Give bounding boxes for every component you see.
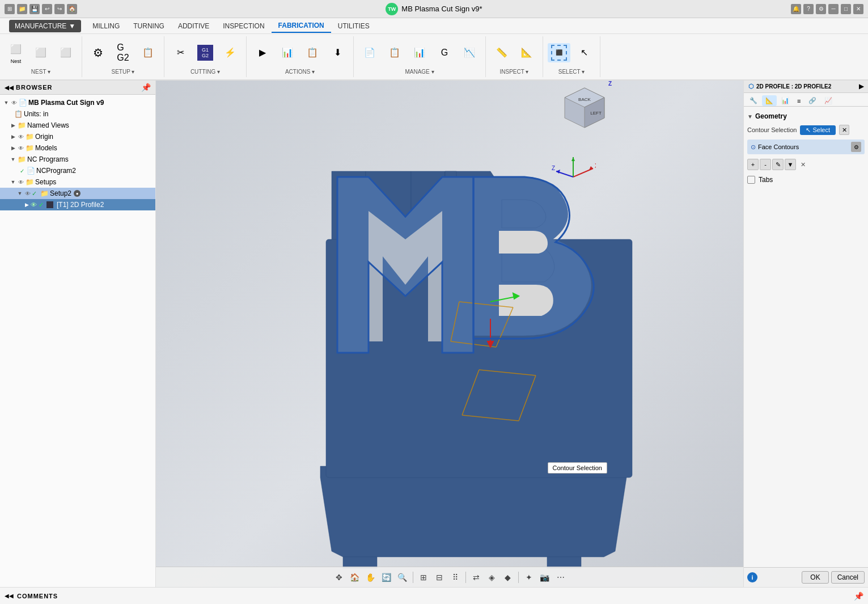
tree-item-models[interactable]: ▶ 👁 📁 Models — [0, 142, 155, 154]
app-grid-icon[interactable]: ⊞ — [5, 4, 15, 14]
tab-turning[interactable]: TURNING — [126, 20, 171, 32]
notification-icon[interactable]: 🔔 — [791, 4, 801, 14]
mini-add-btn[interactable]: + — [747, 159, 759, 170]
mini-remove-btn[interactable]: - — [760, 159, 771, 170]
tree-arrow-t1[interactable]: ▶ — [23, 201, 31, 209]
actions-btn-2[interactable]: 📊 — [276, 43, 299, 62]
cutting-btn-1[interactable]: ✂ — [169, 43, 192, 62]
tree-arrow-origin[interactable]: ▶ — [9, 133, 17, 141]
rp-tab-chart[interactable]: 📈 — [821, 95, 836, 106]
select-btn-2[interactable]: ↖ — [573, 43, 595, 62]
mini-close-btn[interactable]: ✕ — [797, 159, 808, 170]
rp-tab-passes[interactable]: ≡ — [794, 96, 804, 106]
tree-item-t1-2d[interactable]: ▶ 👁 ✓ [T1] 2D Profile2 — [0, 199, 155, 210]
vp-move-btn[interactable]: ✥ — [332, 571, 346, 584]
vp-more-btn[interactable]: ⋯ — [554, 571, 568, 584]
tabs-checkbox[interactable] — [747, 176, 755, 184]
tab-utilities[interactable]: UTILITIES — [331, 20, 376, 32]
vp-grid-btn[interactable]: ⊞ — [417, 571, 430, 584]
actions-btn-1[interactable]: ▶ — [251, 43, 274, 62]
comments-collapse-icon[interactable]: ◀◀ — [5, 593, 14, 599]
maximize-btn[interactable]: □ — [841, 4, 851, 14]
tree-item-setup2[interactable]: ▼ 👁 ✓ 📁 Setup2 ● — [0, 188, 155, 199]
manage-btn-3[interactable]: 📊 — [408, 43, 431, 62]
manufacture-dropdown[interactable]: MANUFACTURE ▼ — [9, 20, 81, 32]
nest-btn-1[interactable]: ⬜ Nest — [5, 40, 27, 66]
save-icon[interactable]: 💾 — [29, 4, 40, 14]
tree-vis-origin[interactable]: 👁 — [17, 133, 25, 141]
ok-button[interactable]: OK — [802, 571, 828, 584]
inspect-btn-1[interactable]: 📏 — [490, 43, 513, 62]
vp-effects-btn[interactable]: ✦ — [522, 571, 536, 584]
question-icon[interactable]: ? — [803, 4, 814, 14]
setup-btn-1[interactable]: ⚙ — [87, 43, 109, 62]
rp-tab-geometry[interactable]: 📐 — [762, 95, 777, 106]
tree-item-ncprogram2[interactable]: ✓ 📄 NCProgram2 — [0, 165, 155, 176]
undo-icon[interactable]: ↩ — [42, 4, 52, 14]
tree-arrow-named-views[interactable]: ▶ — [9, 121, 17, 129]
tree-vis-setups[interactable]: 👁 — [17, 178, 25, 186]
tree-arrow-setups[interactable]: ▼ — [9, 178, 17, 186]
tree-arrow-setup2[interactable]: ▼ — [16, 189, 24, 197]
tree-vis-setup2[interactable]: 👁 — [24, 189, 32, 197]
geometry-section-header[interactable]: ▼ Geometry — [747, 110, 865, 123]
mini-chevron-btn[interactable]: ▼ — [785, 159, 796, 170]
vp-camera-btn[interactable]: 📷 — [538, 571, 552, 584]
tree-item-setups[interactable]: ▼ 👁 📁 Setups — [0, 176, 155, 188]
settings-icon[interactable]: ⚙ — [816, 4, 826, 14]
browser-collapse-icon[interactable]: ◀◀ — [5, 85, 14, 91]
close-btn[interactable]: ✕ — [853, 4, 863, 14]
vp-wireframe-btn[interactable]: ◆ — [501, 571, 515, 584]
tree-arrow-root[interactable]: ▼ — [2, 99, 10, 107]
cutting-btn-3[interactable]: ⚡ — [219, 43, 242, 62]
mini-edit-btn[interactable]: ✎ — [772, 159, 784, 170]
vp-grid2-btn[interactable]: ⊟ — [433, 571, 446, 584]
vp-orbit-btn[interactable]: 🔄 — [380, 571, 393, 584]
actions-btn-4[interactable]: ⬇ — [326, 43, 349, 62]
tree-item-origin[interactable]: ▶ 👁 📁 Origin — [0, 131, 155, 142]
setup-btn-2[interactable]: GG2 — [112, 43, 134, 62]
nest-btn-2[interactable]: ⬜ — [29, 43, 52, 62]
vp-dots-btn[interactable]: ⠿ — [448, 571, 462, 584]
tree-item-nc-programs[interactable]: ▼ 📁 NC Programs — [0, 154, 155, 165]
manage-btn-5[interactable]: 📉 — [458, 43, 481, 62]
tree-vis-models[interactable]: 👁 — [17, 144, 25, 152]
select-btn-1[interactable]: ⬛ — [548, 43, 570, 62]
rp-tab-heights[interactable]: 📊 — [778, 95, 793, 106]
tab-additive[interactable]: ADDITIVE — [171, 20, 216, 32]
inspect-btn-2[interactable]: 📐 — [515, 43, 538, 62]
vp-zoom-btn[interactable]: 🔍 — [396, 571, 409, 584]
manage-btn-4[interactable]: G — [433, 43, 456, 62]
home-icon[interactable]: 🏠 — [67, 4, 77, 14]
vp-arrows-btn[interactable]: ⇄ — [469, 571, 483, 584]
face-contours-gear-btn[interactable]: ⚙ — [851, 142, 861, 152]
vp-home-btn[interactable]: 🏠 — [348, 571, 362, 584]
rp-tab-tool[interactable]: 🔧 — [746, 95, 761, 106]
browser-pin-icon[interactable]: 📌 — [141, 83, 151, 92]
view-cube[interactable]: BACK LEFT Z — [562, 85, 607, 130]
tab-inspection[interactable]: INSPECTION — [216, 20, 271, 32]
minimize-btn[interactable]: ─ — [828, 4, 839, 14]
cancel-button[interactable]: Cancel — [831, 571, 865, 584]
nest-btn-3[interactable]: ⬜ — [54, 43, 77, 62]
rp-expand-btn[interactable]: ▶ — [859, 83, 863, 90]
tab-fabrication[interactable]: FABRICATION — [272, 19, 331, 33]
contour-sel-close-btn[interactable]: ✕ — [839, 125, 849, 135]
manage-btn-2[interactable]: 📋 — [383, 43, 406, 62]
setup-btn-3[interactable]: 📋 — [137, 43, 159, 62]
vp-pan-btn[interactable]: ✋ — [364, 571, 378, 584]
cutting-btn-2[interactable]: G1G2 — [194, 43, 217, 62]
rp-tab-linking[interactable]: 🔗 — [805, 95, 820, 106]
tab-milling[interactable]: MILLING — [86, 20, 126, 32]
redo-icon[interactable]: ↪ — [54, 4, 65, 14]
tree-vis-root[interactable]: 👁 — [10, 99, 18, 107]
vp-display-btn[interactable]: ◈ — [485, 571, 499, 584]
tree-arrow-models[interactable]: ▶ — [9, 144, 17, 152]
manage-btn-1[interactable]: 📄 — [358, 43, 381, 62]
select-button[interactable]: ↖ Select — [800, 125, 836, 135]
tree-item-root[interactable]: ▼ 👁 📄 MB Plasma Cut Sign v9 — [0, 97, 155, 108]
viewport[interactable]: BACK LEFT Z X Y — [156, 81, 743, 587]
file-icon[interactable]: 📁 — [17, 4, 27, 14]
actions-btn-3[interactable]: 📋 — [301, 43, 324, 62]
comments-pin-icon[interactable]: 📌 — [854, 592, 863, 601]
